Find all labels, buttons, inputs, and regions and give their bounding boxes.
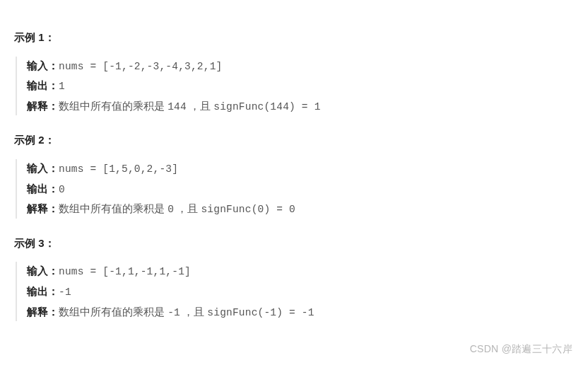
- example-3-product: -1: [167, 307, 180, 318]
- example-1-sign-expr: signFunc(144) = 1: [213, 101, 320, 112]
- output-label: 输出：: [27, 182, 59, 195]
- example-2-product: 0: [167, 204, 174, 215]
- example-1-explain-line: 解释：数组中所有值的乘积是 144 ，且 signFunc(144) = 1: [27, 97, 574, 116]
- example-2-explain-line: 解释：数组中所有值的乘积是 0 ，且 signFunc(0) = 0: [27, 199, 574, 219]
- example-1-title: 示例 1：: [14, 28, 574, 47]
- example-3-output: -1: [59, 286, 71, 298]
- example-2-explain-mid: ，且: [174, 202, 201, 214]
- example-3-block: 输入：nums = [-1,1,-1,1,-1] 输出：-1 解释：数组中所有值…: [16, 262, 574, 321]
- example-3-explain-line: 解释：数组中所有值的乘积是 -1 ，且 signFunc(-1) = -1: [27, 303, 574, 322]
- example-3-output-line: 输出：-1: [27, 282, 574, 301]
- example-2-input-line: 输入：nums = [1,5,0,2,-3]: [27, 159, 574, 178]
- example-2-explain-prefix: 数组中所有值的乘积是: [59, 202, 167, 214]
- example-1-output: 1: [59, 81, 65, 92]
- input-label: 输入：: [27, 265, 59, 277]
- example-1-explain-mid: ，且: [187, 100, 213, 112]
- example-3-input-line: 输入：nums = [-1,1,-1,1,-1]: [27, 262, 574, 281]
- explain-label: 解释：: [27, 202, 59, 214]
- example-2-sign-expr: signFunc(0) = 0: [201, 204, 295, 215]
- output-label: 输出：: [27, 285, 59, 297]
- example-3-explain-prefix: 数组中所有值的乘积是: [59, 306, 167, 318]
- explain-label: 解释：: [27, 100, 59, 112]
- example-2-block: 输入：nums = [1,5,0,2,-3] 输出：0 解释：数组中所有值的乘积…: [16, 159, 574, 219]
- input-label: 输入：: [27, 59, 59, 71]
- example-3-sign-expr: signFunc(-1) = -1: [207, 307, 314, 318]
- example-2-title: 示例 2：: [14, 131, 574, 149]
- explain-label: 解释：: [27, 306, 59, 318]
- output-label: 输出：: [27, 79, 59, 91]
- example-1-input: nums = [-1,-2,-3,-4,3,2,1]: [59, 61, 222, 72]
- example-3-input: nums = [-1,1,-1,1,-1]: [59, 266, 191, 277]
- example-1-block: 输入：nums = [-1,-2,-3,-4,3,2,1] 输出：1 解释：数组…: [16, 57, 574, 116]
- example-1-input-line: 输入：nums = [-1,-2,-3,-4,3,2,1]: [27, 57, 574, 76]
- example-3-explain-mid: ，且: [180, 306, 207, 318]
- example-3-title: 示例 3：: [14, 234, 574, 253]
- example-2-output: 0: [59, 184, 65, 195]
- example-2-input: nums = [1,5,0,2,-3]: [59, 163, 178, 175]
- input-label: 输入：: [27, 162, 59, 174]
- example-1-explain-prefix: 数组中所有值的乘积是: [59, 100, 167, 112]
- example-1-product: 144: [167, 101, 187, 112]
- example-1-output-line: 输出：1: [27, 76, 574, 95]
- example-2-output-line: 输出：0: [27, 180, 574, 199]
